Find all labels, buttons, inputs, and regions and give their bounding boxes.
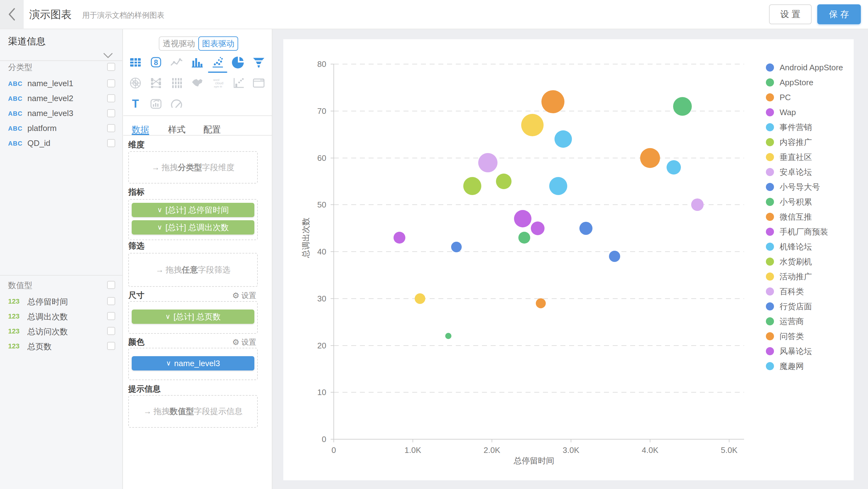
chart-bubble[interactable] — [549, 177, 567, 195]
sidebar-field-row[interactable]: ABCplatform — [0, 121, 123, 136]
chart-bubble[interactable] — [463, 177, 481, 195]
measure-pill-callout-count[interactable]: ∨[总计] 总调出次数 — [132, 220, 254, 234]
caret-down-icon: ∨ — [165, 313, 170, 321]
legend-item[interactable]: 活动推广 — [766, 272, 812, 281]
chart-bubble[interactable] — [394, 232, 405, 243]
charttype-combo-chart-icon[interactable] — [231, 75, 246, 91]
chart-bubble[interactable] — [536, 298, 546, 308]
filter-dropzone[interactable]: →拖拽任意字段筛选 — [128, 253, 258, 287]
size-pill-page-count[interactable]: ∨[总计] 总页数 — [132, 309, 254, 324]
charttype-map-chart-icon[interactable] — [190, 75, 205, 91]
chart-bubble[interactable] — [451, 242, 462, 252]
field-checkbox[interactable] — [107, 124, 115, 132]
field-checkbox[interactable] — [107, 312, 115, 320]
field-checkbox[interactable] — [107, 79, 115, 88]
sidebar-field-row[interactable]: ABCname_level1 — [0, 76, 123, 91]
charttype-text-widget-icon[interactable]: T — [128, 96, 143, 111]
legend-item[interactable]: 魔趣网 — [766, 362, 804, 370]
legend-item[interactable]: 安卓论坛 — [766, 168, 812, 176]
chart-bubble[interactable] — [673, 97, 692, 116]
tab-config[interactable]: 配置 — [199, 124, 225, 136]
legend-item[interactable]: 风暴论坛 — [766, 347, 812, 355]
sidebar-field-row[interactable]: 123总调出次数 — [0, 308, 123, 324]
charttype-table-chart-icon[interactable] — [128, 55, 143, 70]
settings-button[interactable]: 设 置 — [769, 4, 812, 24]
legend-item[interactable]: 行货店面 — [766, 302, 812, 311]
save-button[interactable]: 保 存 — [817, 4, 861, 24]
charttype-funnel-chart-icon[interactable] — [251, 55, 266, 70]
legend-item[interactable]: 水货刷机 — [766, 258, 812, 266]
sidebar-field-row[interactable]: 123总停留时间 — [0, 294, 123, 308]
chart-bubble[interactable] — [579, 222, 592, 235]
chart-bubble[interactable] — [541, 90, 564, 113]
sidebar-field-row[interactable]: ABCname_level2 — [0, 91, 123, 106]
sidebar-field-row[interactable]: 123总访问次数 — [0, 324, 123, 338]
legend-item[interactable]: 运营商 — [766, 317, 804, 325]
chart-bubble[interactable] — [415, 293, 425, 304]
legend-item[interactable]: 问答类 — [766, 332, 804, 340]
field-checkbox[interactable] — [107, 327, 115, 335]
chart-bubble[interactable] — [531, 222, 545, 235]
legend-item[interactable]: 垂直社区 — [766, 153, 812, 161]
color-settings-action[interactable]: ⚙设置 — [232, 337, 256, 347]
tooltip-dropzone[interactable]: →拖拽数值型字段提示信息 — [128, 395, 258, 428]
field-checkbox[interactable] — [107, 109, 115, 117]
legend-item[interactable]: 小号导大号 — [766, 183, 820, 191]
legend-item[interactable]: 小号积累 — [766, 198, 812, 206]
charttype-bar-chart-icon[interactable] — [190, 55, 205, 70]
charttype-image-chart-icon[interactable] — [149, 96, 163, 111]
field-checkbox[interactable] — [107, 342, 115, 350]
chart-bubble[interactable] — [609, 251, 620, 262]
legend-item[interactable]: 百科类 — [766, 287, 804, 295]
chart-bubble[interactable] — [478, 153, 497, 172]
sidebar-field-row[interactable]: 123总页数 — [0, 338, 123, 353]
chart-bubble[interactable] — [555, 130, 572, 148]
legend-item[interactable]: 事件营销 — [766, 123, 812, 131]
measure-pill-stay-time[interactable]: ∨[总计] 总停留时间 — [132, 203, 254, 217]
y-tick-mark — [331, 158, 334, 158]
sidebar-field-row[interactable]: ABCname_level3 — [0, 106, 123, 121]
chart-bubble[interactable] — [666, 160, 681, 174]
charttype-radar-chart-icon[interactable] — [128, 75, 143, 91]
legend-item[interactable]: 机锋论坛 — [766, 242, 812, 251]
charttype-line-chart-icon[interactable] — [169, 55, 184, 70]
size-settings-action[interactable]: ⚙设置 — [232, 291, 256, 300]
chevron-down-icon[interactable] — [103, 52, 113, 59]
legend-label: 魔趣网 — [780, 361, 804, 372]
drive-tab-pivot[interactable]: 透视驱动 — [159, 36, 198, 51]
chart-bubble[interactable] — [640, 148, 660, 168]
legend-item[interactable]: 手机厂商预装 — [766, 228, 828, 236]
legend-item[interactable]: AppStore — [766, 78, 813, 87]
chart-bubble[interactable] — [445, 333, 452, 339]
charttype-kpi-card-icon[interactable]: 8 — [149, 55, 163, 70]
chart-bubble[interactable] — [691, 198, 704, 211]
drive-tab-chart[interactable]: 图表驱动 — [198, 36, 238, 51]
charttype-gauge-chart-icon[interactable] — [169, 96, 184, 111]
charttype-embed-frame-icon[interactable] — [251, 75, 266, 91]
field-checkbox[interactable] — [107, 139, 115, 147]
legend-item[interactable]: 内容推广 — [766, 138, 812, 146]
dataset-selector[interactable]: 渠道信息 — [8, 35, 45, 48]
color-pill-name-level3[interactable]: ∨name_level3 — [132, 356, 254, 370]
back-button[interactable] — [0, 0, 24, 29]
sidebar-field-row[interactable]: ABCQD_id — [0, 136, 123, 151]
section-checkbox[interactable] — [107, 63, 115, 71]
charttype-gantt-chart-icon[interactable] — [169, 75, 184, 91]
charttype-word-cloud-icon[interactable]: wordcloudagile Bi — [210, 75, 225, 91]
dimension-dropzone[interactable]: →拖拽分类型字段维度 — [128, 151, 258, 184]
legend-item[interactable]: Android AppStore — [766, 63, 843, 71]
chart-bubble[interactable] — [514, 210, 531, 227]
section-checkbox[interactable] — [107, 281, 115, 289]
charttype-scatter-chart-icon[interactable] — [210, 55, 225, 70]
charttype-sankey-chart-icon[interactable] — [149, 75, 163, 91]
legend-item[interactable]: 微信互推 — [766, 213, 812, 221]
field-checkbox[interactable] — [107, 94, 115, 102]
charttype-pie-chart-icon[interactable] — [231, 55, 246, 70]
legend-item[interactable]: Wap — [766, 108, 796, 116]
chart-bubble[interactable] — [521, 114, 544, 136]
chart-bubble[interactable] — [518, 232, 530, 243]
legend-item[interactable]: PC — [766, 93, 791, 101]
tab-style[interactable]: 样式 — [164, 124, 190, 136]
chart-bubble[interactable] — [496, 173, 512, 189]
field-checkbox[interactable] — [107, 297, 115, 305]
